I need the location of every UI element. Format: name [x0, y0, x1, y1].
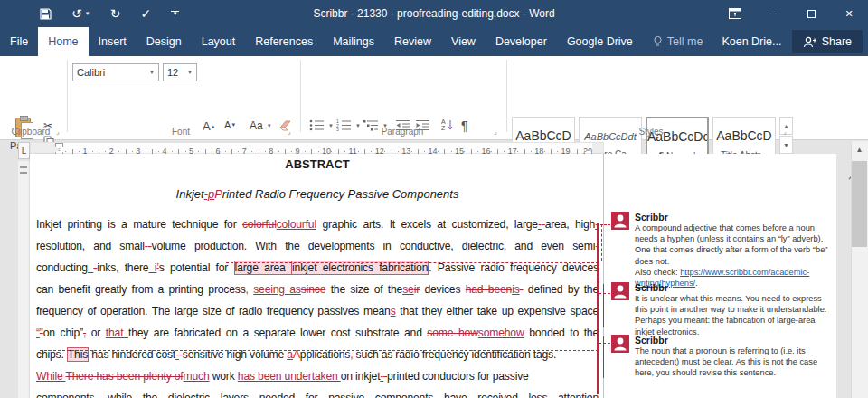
ribbon-display-options-icon[interactable] — [716, 0, 754, 27]
body-text: can benefit greatly from a printing proc… — [36, 283, 246, 296]
body-text: inks — [97, 261, 116, 274]
comment-text: It is unclear what this means. You need … — [635, 293, 832, 337]
deleted-text: since — [301, 283, 326, 296]
tab-insert[interactable]: Insert — [89, 27, 137, 56]
document-line[interactable]: frequency of operation. The large size o… — [36, 305, 599, 323]
body-text: conducting — [36, 261, 88, 274]
body-text: area, high — [545, 218, 596, 231]
show-formatting-marks-icon[interactable]: ¶ — [461, 118, 468, 133]
bullet-list-icon[interactable]: ▼ — [309, 119, 334, 131]
body-text: resolution, and small — [36, 240, 145, 252]
scrollbar-thumb[interactable] — [852, 161, 867, 247]
ruler-tick — [238, 151, 239, 152]
inserted-text: i — [148, 261, 156, 274]
ruler-tick — [411, 151, 412, 152]
document-line[interactable]: Inkjet printing is a mature technique fo… — [36, 218, 599, 236]
minimize-button[interactable]: ─ — [754, 0, 792, 27]
ruler-tick — [344, 151, 345, 152]
document-line[interactable]: resolution, and small--volume production… — [36, 240, 599, 258]
tab-view[interactable]: View — [441, 27, 486, 56]
share-button[interactable]: Share — [792, 30, 863, 53]
close-button[interactable]: ✕ — [830, 0, 868, 27]
inserted-text: has been undertaken — [238, 370, 341, 383]
comment-text: The noun that a pronoun is referring to … — [635, 346, 832, 379]
tab-file[interactable]: File — [0, 27, 38, 56]
body-text: bonded to the — [524, 327, 599, 339]
ruler-tick — [118, 151, 119, 152]
ruler-tick — [225, 151, 226, 152]
scroll-up-icon[interactable]: ▲ — [851, 141, 868, 159]
change-case-button[interactable]: Aa▼ — [250, 119, 272, 132]
account-name[interactable]: Koen Drie... — [712, 27, 790, 56]
tab-developer[interactable]: Developer — [486, 27, 557, 56]
font-dialog-launcher-icon[interactable]: ⌟ — [288, 128, 291, 136]
document-line[interactable]: can benefit greatly from a printing proc… — [36, 283, 599, 301]
ruler-tick — [504, 151, 505, 152]
comment-anchor-line — [40, 350, 599, 351]
ruler-tick — [424, 151, 425, 152]
body-text: printed conductors for passive — [387, 370, 529, 383]
document-line[interactable]: conducting -inks, there i’s potential fo… — [36, 261, 599, 280]
document-line[interactable]: components, while the dielectric layers … — [36, 392, 599, 398]
comment-connector — [599, 343, 599, 350]
document-line[interactable]: chips. This has hindered cost--sensitive… — [36, 348, 599, 366]
inserted-text: se — [402, 283, 413, 296]
styles-scroll-down-icon[interactable]: ▼ — [779, 136, 793, 154]
inserted-text: somehow — [478, 327, 524, 339]
clipboard-dialog-launcher-icon[interactable]: ⌟ — [56, 128, 60, 136]
document-subtitle[interactable]: Inkjet-pPrinted Radio Frequency Passive … — [36, 187, 599, 201]
tab-mailings[interactable]: Mailings — [323, 27, 384, 56]
tab-layout[interactable]: Layout — [192, 27, 246, 56]
tab-review[interactable]: Review — [384, 27, 441, 56]
styles-dialog-launcher-icon[interactable]: ⌟ — [783, 128, 787, 136]
comment-author: Scribbr — [635, 212, 832, 223]
ruler-tick — [571, 151, 571, 152]
ruler-tick — [132, 151, 133, 152]
tab-design[interactable]: Design — [137, 27, 192, 56]
font-name-combobox[interactable]: Calibri▼ — [72, 63, 159, 81]
deleted-text: P — [214, 187, 222, 201]
ruler-tick — [398, 151, 399, 152]
ruler-tick — [384, 151, 385, 152]
comment-connector — [599, 343, 610, 344]
body-text: work — [210, 370, 238, 383]
comment-card[interactable]: ScribbrA compound adjective that comes b… — [611, 212, 834, 289]
document-line[interactable]: “”on chip”, or that they are fabricated … — [36, 327, 599, 345]
maximize-button[interactable] — [792, 0, 830, 27]
comment-content: ScribbrA compound adjective that comes b… — [635, 212, 832, 289]
vertical-ruler[interactable] — [18, 161, 30, 398]
comment-card[interactable]: ScribbrThe noun that a pronoun is referr… — [611, 335, 834, 379]
ruler-tick — [172, 151, 173, 152]
inserted-text: While — [36, 370, 65, 383]
body-text: rinted Radio Frequency Passive Component… — [222, 187, 459, 201]
body-text: . Passive radio frequency devices — [429, 261, 599, 274]
body-text: on chip” — [43, 327, 83, 339]
document-heading[interactable]: ABSTRACT — [36, 157, 599, 171]
tell-me-box[interactable]: Tell me — [643, 27, 713, 56]
paragraph-dialog-launcher-icon[interactable]: ⌟ — [494, 128, 497, 136]
tab-references[interactable]: References — [245, 27, 323, 56]
comment-connector — [599, 293, 610, 294]
body-text: or — [86, 327, 106, 339]
comment-card[interactable]: ScribbrIt is unclear what this means. Yo… — [611, 282, 834, 337]
tab-stop-selector[interactable]: L — [18, 142, 30, 159]
font-size-combobox[interactable]: 12▼ — [163, 63, 197, 81]
ruler-tick — [92, 151, 93, 152]
document-line[interactable]: While There has been plenty ofmuch work … — [36, 370, 599, 388]
tab-google-drive[interactable]: Google Drive — [557, 27, 643, 56]
body-text: components, while the dielectric layers … — [36, 392, 599, 398]
ruler-tick — [278, 151, 279, 152]
ruler-tick — [517, 151, 518, 152]
comment-text-run: The noun that a pronoun is referring to … — [635, 346, 817, 377]
body-text: defined by the — [523, 283, 599, 296]
ruler-tick — [185, 151, 186, 152]
tab-home[interactable]: Home — [38, 27, 88, 56]
comment-text-run: Also check: — [635, 268, 680, 277]
inserted-text: colourful — [277, 218, 316, 231]
body-text: s potential for — [159, 261, 234, 274]
comment-anchor-line — [226, 262, 599, 263]
tracked-change-bar — [597, 223, 599, 394]
comment-author: Scribbr — [635, 282, 832, 293]
comment-text-run: A compound adjective that comes before a… — [635, 223, 827, 266]
comment-bracket — [603, 284, 604, 327]
